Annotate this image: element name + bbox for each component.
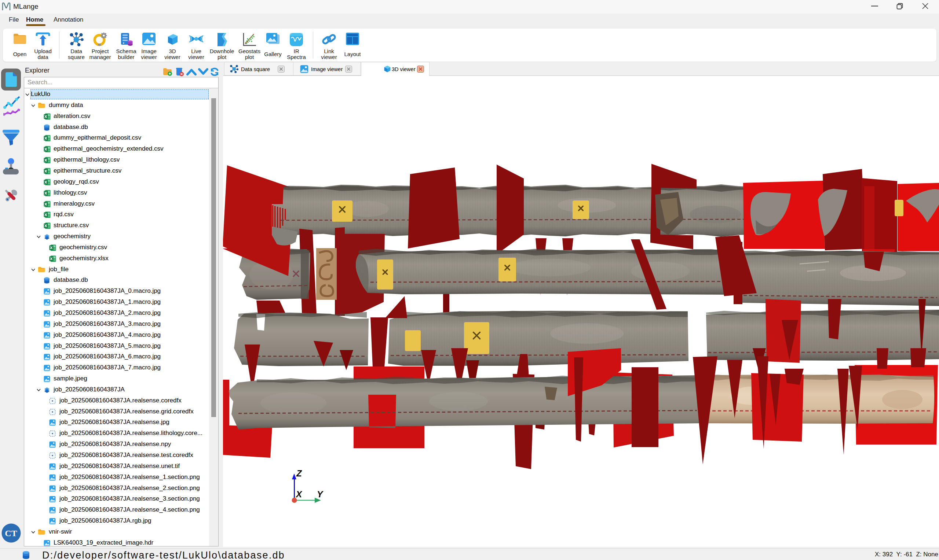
svg-text:Y: Y <box>317 489 324 499</box>
svg-text:CT: CT <box>5 528 17 538</box>
svg-text:X: X <box>295 489 302 499</box>
svg-text:Z: Z <box>296 468 302 478</box>
